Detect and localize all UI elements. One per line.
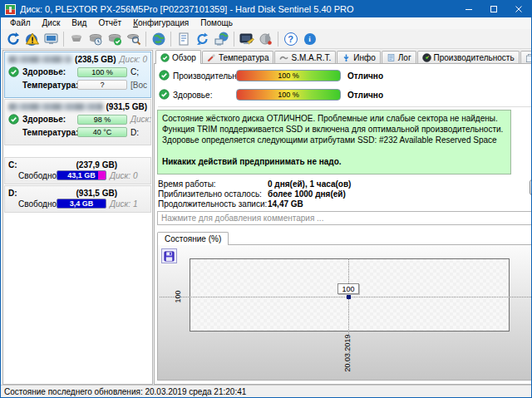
toolbar-separator bbox=[234, 32, 234, 47]
main-panel: Обзор Температура S.M.A.R.T. Инфо Лог bbox=[154, 50, 532, 385]
pages-icon bbox=[525, 53, 532, 62]
report-icon[interactable] bbox=[174, 30, 193, 48]
alerts-icon[interactable] bbox=[22, 30, 42, 48]
online-icon[interactable] bbox=[149, 30, 168, 48]
partition-capacity: (931,5 GB) bbox=[76, 189, 117, 198]
scheduled-disk-test-icon[interactable] bbox=[86, 30, 105, 48]
gridline-horizontal bbox=[160, 297, 532, 297]
close-button[interactable] bbox=[506, 1, 531, 17]
status-bar: Состояние последнего обновления: 20.03.2… bbox=[1, 385, 531, 398]
menu-file[interactable]: Файл bbox=[4, 17, 37, 29]
tab-performance[interactable]: Производительность bbox=[417, 51, 520, 63]
menu-configuration[interactable]: Конфигурация bbox=[127, 17, 195, 29]
overview-content: Производительность: 100 % Отлично ? Здор… bbox=[154, 63, 532, 385]
menu-disk[interactable]: Диск bbox=[37, 17, 66, 29]
synchronize-icon[interactable] bbox=[193, 30, 212, 48]
disk-letters: D: bbox=[131, 128, 139, 137]
display-settings-icon[interactable] bbox=[42, 30, 61, 48]
refresh-icon[interactable] bbox=[3, 30, 22, 48]
disk-number-label: Диск: 1 bbox=[110, 199, 137, 209]
network-status-icon[interactable] bbox=[212, 30, 231, 48]
toolbar-separator bbox=[63, 32, 64, 47]
stat-label: Приблизительно осталось: bbox=[158, 189, 262, 199]
toolbar-separator bbox=[170, 32, 171, 47]
health-history-chart: 100 100 20.03.2019 bbox=[157, 244, 532, 381]
health-bar: 100 % bbox=[77, 67, 127, 77]
disk-number-label: Диск: 0 bbox=[110, 171, 137, 180]
health-bar: 98 % bbox=[77, 115, 127, 125]
menu-view[interactable]: Вид bbox=[66, 17, 92, 29]
comment-input[interactable] bbox=[157, 211, 532, 225]
toolbar: ? i bbox=[1, 29, 531, 49]
partition-letter: D: bbox=[8, 189, 17, 198]
disk-item-1[interactable]: (931,5 GB) Здоровье: 98 % Диск: 1 Темпер… bbox=[4, 99, 151, 145]
disk-self-test-icon[interactable] bbox=[105, 30, 124, 48]
thermometer-icon bbox=[207, 53, 216, 62]
screen-report-icon[interactable] bbox=[237, 30, 256, 48]
app-icon bbox=[5, 4, 16, 15]
stat-label: Продолжительность записи: bbox=[158, 199, 267, 209]
stat-value: более 1000 дня(ей) bbox=[268, 189, 346, 199]
health-status: Отлично bbox=[347, 91, 383, 100]
tab-smart[interactable]: S.M.A.R.T. bbox=[274, 51, 336, 63]
menu-help[interactable]: Помощь bbox=[195, 17, 239, 29]
x-axis-tick: 20.03.2019 bbox=[343, 331, 353, 376]
stat-value: 14,47 GB bbox=[268, 199, 303, 209]
document-icon bbox=[387, 53, 396, 62]
maximize-button[interactable] bbox=[481, 1, 506, 17]
disk-number-label: Диск: 1 bbox=[131, 115, 153, 124]
check-icon bbox=[159, 89, 170, 100]
health-label: Здоровье: bbox=[22, 67, 74, 76]
y-axis-tick: 100 bbox=[174, 284, 182, 309]
download-arrow-icon bbox=[342, 53, 351, 62]
about-icon[interactable]: i bbox=[300, 30, 319, 48]
disk-item-0[interactable]: (238,5 GB) Диск: 0 Здоровье: 100 % C; Те… bbox=[4, 52, 151, 98]
free-label: Свободно bbox=[18, 199, 53, 209]
status-message-box: Состояние жёсткого диска ОТЛИЧНОЕ. Пробл… bbox=[157, 110, 511, 174]
menu-report[interactable]: Отчёт bbox=[92, 17, 127, 29]
floppy-icon bbox=[164, 251, 175, 262]
partition-item-c[interactable]: C: (237,9 GB) Свободно 43,1 GB Диск: 0 bbox=[4, 157, 151, 184]
surface-test-icon[interactable] bbox=[124, 30, 143, 48]
save-chart-button[interactable] bbox=[161, 248, 177, 263]
gauge-icon bbox=[422, 53, 431, 62]
health-ok-icon bbox=[8, 114, 19, 125]
message-line: Состояние жёсткого диска ОТЛИЧНОЕ. Пробл… bbox=[162, 113, 506, 124]
chart-tab-health[interactable]: Состояние (%) bbox=[157, 232, 229, 245]
menu-bar: Файл Диск Вид Отчёт Конфигурация Помощь bbox=[1, 17, 531, 29]
last-update-status: Состояние последнего обновления: 20.03.2… bbox=[4, 387, 246, 396]
tab-info[interactable]: Инфо bbox=[337, 51, 381, 63]
health-ok-icon bbox=[8, 66, 19, 77]
minimize-button[interactable] bbox=[456, 1, 481, 17]
tab-temperature[interactable]: Температура bbox=[202, 51, 274, 63]
window-title: Диск: 0, PLEXTOR PX-256M5Pro [P022371013… bbox=[20, 4, 354, 14]
app-window: Диск: 0, PLEXTOR PX-256M5Pro [P022371013… bbox=[0, 0, 532, 398]
message-action: Никаких действий предпринимать не надо. bbox=[162, 156, 506, 167]
partition-capacity: (237,9 GB) bbox=[76, 160, 117, 170]
free-label: Свободно bbox=[18, 171, 53, 180]
free-space-bar: 43,1 GB bbox=[57, 170, 106, 180]
tab-warnings[interactable]: Предупреждения bbox=[520, 51, 532, 63]
retest-button[interactable]: Повтор Теста bbox=[530, 179, 532, 195]
performance-gauge-bar: 100 % bbox=[236, 70, 341, 81]
disk-name-redacted bbox=[8, 56, 71, 63]
detect-disks-icon[interactable] bbox=[66, 30, 86, 48]
disk-list-sidebar: (238,5 GB) Диск: 0 Здоровье: 100 % C; Те… bbox=[2, 50, 153, 385]
health-label: Здоровье: bbox=[173, 91, 238, 100]
check-icon bbox=[160, 53, 170, 62]
health-label: Здоровье: bbox=[22, 115, 74, 124]
free-space-bar: 3,4 GB bbox=[57, 199, 106, 209]
sound-settings-icon[interactable] bbox=[256, 30, 275, 48]
disk-name-redacted bbox=[8, 103, 103, 111]
partition-item-d[interactable]: D: (931,5 GB) Свободно 3,4 GB Диск: 1 bbox=[4, 185, 151, 213]
tab-log[interactable]: Лог bbox=[382, 51, 416, 63]
separator bbox=[158, 106, 532, 107]
help-icon[interactable]: ? bbox=[281, 30, 300, 48]
toolbar-separator bbox=[145, 32, 146, 47]
performance-status: Отлично bbox=[347, 71, 383, 81]
tab-bar: Обзор Температура S.M.A.R.T. Инфо Лог bbox=[154, 50, 532, 63]
message-line: Здоровье определяется следующими атрибут… bbox=[162, 135, 506, 145]
data-point bbox=[347, 295, 351, 299]
tab-overview[interactable]: Обзор bbox=[155, 50, 201, 64]
performance-label: Производительность: bbox=[173, 71, 238, 81]
